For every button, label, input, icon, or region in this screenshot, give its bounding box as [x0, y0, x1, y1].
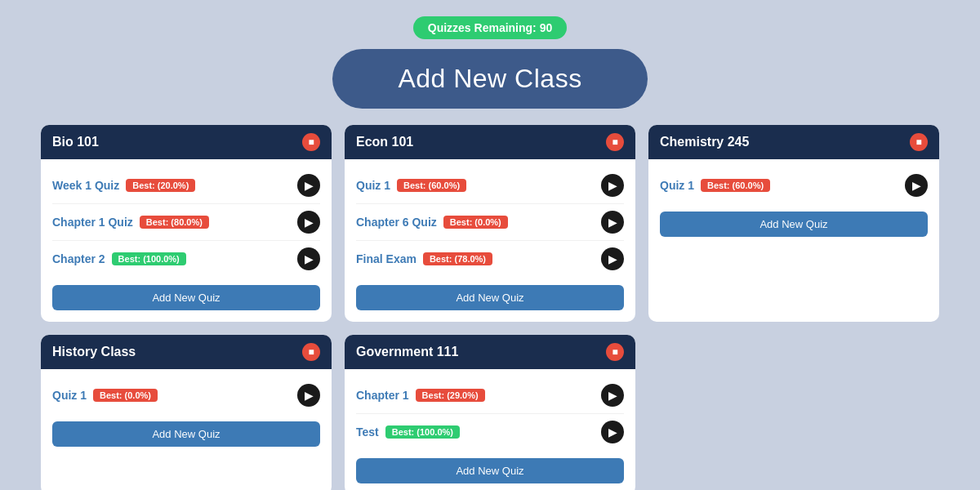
quiz-action-button-bio101-1[interactable]: ▶ [297, 211, 320, 234]
cards-grid: Bio 101■Week 1 QuizBest: (20.0%)▶Chapter… [41, 125, 939, 490]
class-card-bio101: Bio 101■Week 1 QuizBest: (20.0%)▶Chapter… [41, 125, 332, 322]
quiz-best-badge-history-0: Best: (0.0%) [93, 389, 158, 402]
card-title-bio101: Bio 101 [52, 135, 99, 149]
card-title-chem245: Chemistry 245 [660, 135, 749, 149]
quiz-info-econ101-0: Quiz 1Best: (60.0%) [356, 179, 466, 192]
add-quiz-button-chem245[interactable]: Add New Quiz [660, 212, 928, 237]
delete-card-gov111-button[interactable]: ■ [606, 343, 624, 361]
class-card-history: History Class■Quiz 1Best: (0.0%)▶Add New… [41, 335, 332, 490]
quiz-action-button-chem245-0[interactable]: ▶ [905, 174, 928, 197]
quiz-row-chem245-0: Quiz 1Best: (60.0%)▶ [660, 167, 928, 203]
quiz-action-button-gov111-1[interactable]: ▶ [601, 421, 624, 443]
card-body-gov111: Chapter 1Best: (29.0%)▶TestBest: (100.0%… [345, 369, 635, 490]
quiz-info-gov111-1: TestBest: (100.0%) [356, 425, 460, 439]
card-header-gov111: Government 111■ [345, 335, 635, 369]
card-body-bio101: Week 1 QuizBest: (20.0%)▶Chapter 1 QuizB… [41, 159, 332, 322]
class-card-chem245: Chemistry 245■Quiz 1Best: (60.0%)▶Add Ne… [648, 125, 939, 322]
delete-card-bio101-button[interactable]: ■ [302, 133, 320, 151]
quiz-best-badge-econ101-0: Best: (60.0%) [397, 179, 466, 192]
add-quiz-button-gov111[interactable]: Add New Quiz [356, 458, 624, 483]
class-card-gov111: Government 111■Chapter 1Best: (29.0%)▶Te… [345, 335, 635, 490]
quiz-info-bio101-1: Chapter 1 QuizBest: (80.0%) [52, 216, 209, 229]
card-body-history: Quiz 1Best: (0.0%)▶Add New Quiz [41, 369, 332, 458]
quiz-row-gov111-0: Chapter 1Best: (29.0%)▶ [356, 377, 624, 414]
card-body-chem245: Quiz 1Best: (60.0%)▶Add New Quiz [648, 159, 939, 248]
delete-card-econ101-button[interactable]: ■ [606, 133, 624, 151]
card-title-econ101: Econ 101 [356, 135, 413, 149]
delete-card-chem245-button[interactable]: ■ [910, 133, 928, 151]
quiz-action-button-gov111-0[interactable]: ▶ [601, 384, 624, 407]
quiz-row-bio101-1: Chapter 1 QuizBest: (80.0%)▶ [52, 204, 320, 241]
quiz-best-badge-gov111-1: Best: (100.0%) [385, 425, 460, 439]
quiz-info-history-0: Quiz 1Best: (0.0%) [52, 389, 158, 402]
quiz-name-econ101-1: Chapter 6 Quiz [356, 216, 437, 229]
quiz-action-button-econ101-2[interactable]: ▶ [601, 247, 624, 270]
top-section: Quizzes Remaining: 90 Add New Class [16, 16, 964, 109]
quiz-row-bio101-0: Week 1 QuizBest: (20.0%)▶ [52, 167, 320, 204]
quiz-best-badge-econ101-1: Best: (0.0%) [443, 216, 508, 229]
quiz-row-econ101-0: Quiz 1Best: (60.0%)▶ [356, 167, 624, 204]
quiz-info-bio101-2: Chapter 2Best: (100.0%) [52, 252, 186, 265]
quiz-best-badge-bio101-2: Best: (100.0%) [112, 252, 186, 265]
quiz-name-gov111-0: Chapter 1 [356, 389, 409, 402]
quiz-best-badge-gov111-0: Best: (29.0%) [416, 389, 485, 402]
quiz-best-badge-bio101-0: Best: (20.0%) [126, 179, 195, 192]
card-header-history: History Class■ [41, 335, 332, 369]
quiz-name-econ101-2: Final Exam [356, 252, 416, 265]
quiz-name-bio101-0: Week 1 Quiz [52, 179, 119, 192]
class-card-econ101: Econ 101■Quiz 1Best: (60.0%)▶Chapter 6 Q… [345, 125, 635, 322]
quiz-info-bio101-0: Week 1 QuizBest: (20.0%) [52, 179, 195, 192]
quiz-action-button-bio101-2[interactable]: ▶ [297, 247, 320, 270]
quiz-info-econ101-1: Chapter 6 QuizBest: (0.0%) [356, 216, 508, 229]
delete-card-history-button[interactable]: ■ [302, 343, 320, 361]
quiz-row-bio101-2: Chapter 2Best: (100.0%)▶ [52, 241, 320, 277]
card-title-history: History Class [52, 345, 136, 359]
card-header-econ101: Econ 101■ [345, 125, 635, 159]
quiz-info-econ101-2: Final ExamBest: (78.0%) [356, 252, 492, 265]
add-new-class-button[interactable]: Add New Class [332, 49, 647, 109]
quiz-name-bio101-2: Chapter 2 [52, 252, 105, 265]
card-header-bio101: Bio 101■ [41, 125, 332, 159]
quiz-action-button-bio101-0[interactable]: ▶ [297, 174, 320, 197]
quiz-row-econ101-1: Chapter 6 QuizBest: (0.0%)▶ [356, 204, 624, 241]
quiz-name-bio101-1: Chapter 1 Quiz [52, 216, 133, 229]
quiz-info-gov111-0: Chapter 1Best: (29.0%) [356, 389, 485, 402]
add-quiz-button-econ101[interactable]: Add New Quiz [356, 285, 624, 310]
quiz-row-econ101-2: Final ExamBest: (78.0%)▶ [356, 241, 624, 277]
quiz-best-badge-chem245-0: Best: (60.0%) [701, 179, 770, 192]
quiz-name-history-0: Quiz 1 [52, 389, 87, 402]
quiz-best-badge-econ101-2: Best: (78.0%) [423, 252, 492, 265]
card-header-chem245: Chemistry 245■ [648, 125, 939, 159]
quiz-best-badge-bio101-1: Best: (80.0%) [140, 216, 209, 229]
quiz-name-econ101-0: Quiz 1 [356, 179, 390, 192]
quiz-info-chem245-0: Quiz 1Best: (60.0%) [660, 179, 770, 192]
quiz-name-chem245-0: Quiz 1 [660, 179, 694, 192]
add-quiz-button-history[interactable]: Add New Quiz [52, 421, 320, 447]
card-title-gov111: Government 111 [356, 345, 458, 359]
quiz-row-history-0: Quiz 1Best: (0.0%)▶ [52, 377, 320, 413]
quizzes-remaining-badge: Quizzes Remaining: 90 [413, 16, 567, 39]
quiz-action-button-econ101-0[interactable]: ▶ [601, 174, 624, 197]
quiz-row-gov111-1: TestBest: (100.0%)▶ [356, 414, 624, 450]
quiz-name-gov111-1: Test [356, 425, 379, 439]
card-body-econ101: Quiz 1Best: (60.0%)▶Chapter 6 QuizBest: … [345, 159, 635, 322]
add-quiz-button-bio101[interactable]: Add New Quiz [52, 285, 320, 310]
quiz-action-button-history-0[interactable]: ▶ [297, 384, 320, 407]
quiz-action-button-econ101-1[interactable]: ▶ [601, 211, 624, 234]
